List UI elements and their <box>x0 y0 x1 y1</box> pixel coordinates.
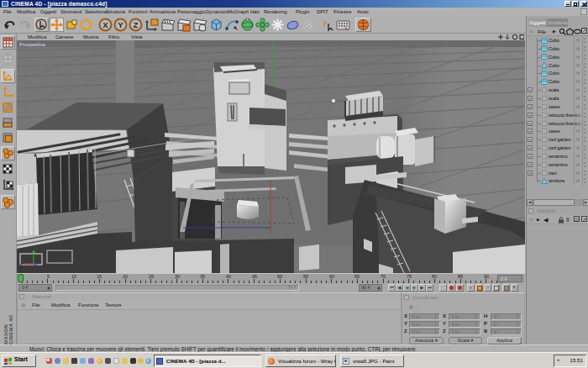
svg-text:Y: Y <box>118 21 123 29</box>
svg-text:Z: Z <box>19 263 23 268</box>
svg-text:Z: Z <box>134 21 139 29</box>
svg-text:X: X <box>102 21 108 29</box>
svg-text:?: ? <box>323 18 328 29</box>
